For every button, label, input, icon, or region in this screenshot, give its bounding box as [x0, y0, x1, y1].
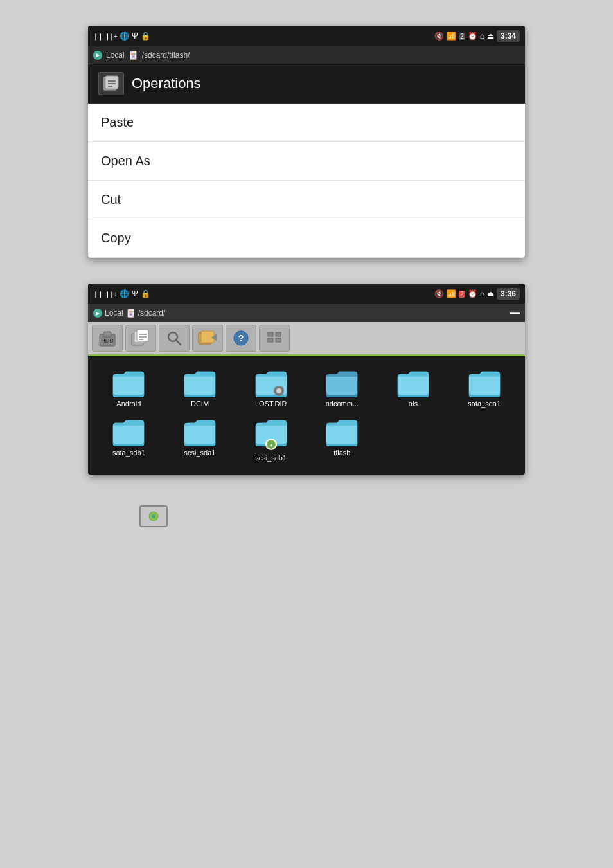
folder-icon-scsi-sdb1: ●: [254, 418, 288, 446]
eject-icon: ⏏: [487, 32, 494, 41]
svg-rect-22: [276, 332, 281, 336]
menu-list: Paste Open As Cut Copy: [88, 104, 525, 258]
paste-label: Paste: [101, 115, 134, 129]
toolbar-view-btn[interactable]: [259, 325, 290, 352]
status-left-2: ❙❙ ❙❙+ 🌐 Ψ 🔒: [93, 289, 150, 298]
screen2: ❙❙ ❙❙+ 🌐 Ψ 🔒 🔇 📶 2 ⏰ ⌂ ⏏ 3:36 ▶ Local 🃏: [88, 284, 525, 475]
open-as-label: Open As: [101, 154, 150, 168]
lock-icon-2: 🔒: [141, 289, 150, 298]
signal-icon-1: ❙❙: [93, 33, 102, 40]
signal-icon-2: ❙❙: [93, 291, 102, 298]
globe-icon-2: 🌐: [120, 289, 129, 298]
alarm-icon-2: ⏰: [468, 289, 477, 298]
copy-menu-item[interactable]: Copy: [88, 219, 525, 258]
minimize-button[interactable]: —: [510, 307, 520, 319]
status-right-2: 🔇 📶 2 ⏰ ⌂ ⏏ 3:36: [434, 288, 520, 300]
local-label-2: Local: [105, 309, 123, 318]
folder-label-scsi-sda1: scsi_sda1: [184, 449, 216, 457]
folder-scsi-sda1[interactable]: scsi_sda1: [164, 413, 236, 467]
folder-icon-ndcomm: [325, 369, 359, 397]
folder-label-dcim: DCIM: [191, 400, 209, 408]
folder-dcim[interactable]: DCIM: [164, 364, 236, 413]
globe-icon: 🌐: [120, 32, 129, 41]
svg-rect-1: [105, 76, 118, 89]
status-right-1: 🔇 📶 2 ⏰ ⌂ ⏏ 3:34: [434, 30, 520, 42]
operations-header: Operations: [88, 64, 525, 104]
folder-scsi-sdb1[interactable]: ● scsi_sdb1: [235, 413, 306, 467]
cut-menu-item[interactable]: Cut: [88, 181, 525, 219]
sdcard-icon: 🃏: [129, 51, 138, 60]
home-icon: ⌂: [480, 32, 484, 41]
signal-bars-icon-2: 📶: [447, 289, 456, 298]
svg-rect-21: [268, 332, 273, 336]
toolbar-move-btn[interactable]: [192, 325, 223, 352]
signal-bars-icon: 📶: [447, 32, 456, 41]
time-display-1: 3:34: [497, 30, 520, 42]
folder-icon-dcim: [183, 369, 217, 397]
folder-android[interactable]: Android: [93, 364, 164, 413]
folder-icon-lostdir: [254, 369, 288, 397]
number-icon: 2: [459, 33, 465, 40]
bottom-icon[interactable]: [139, 505, 168, 527]
folder-label-lostdir: LOST.DIR: [255, 400, 287, 408]
copy-label: Copy: [101, 231, 131, 245]
lock-icon: 🔒: [141, 32, 150, 41]
address-bar-2: ▶ Local 🃏 /sdcard/ —: [88, 304, 525, 322]
toolbar-help-btn[interactable]: ?: [226, 325, 256, 352]
operations-title: Operations: [132, 75, 201, 92]
folder-icon-tflash: [325, 418, 359, 446]
screen1: ❙❙ ❙❙+ 🌐 Ψ 🔒 🔇 📶 2 ⏰ ⌂ ⏏ 3:34 ▶ Local 🃏 …: [88, 26, 525, 258]
svg-rect-23: [268, 338, 273, 342]
local-label-1: Local: [106, 51, 125, 60]
svg-text:?: ?: [238, 333, 244, 343]
operations-icon: [98, 72, 124, 95]
svg-rect-17: [201, 331, 214, 343]
toolbar: HDD: [88, 322, 525, 356]
addr2-left: ▶ Local 🃏 /sdcard/: [93, 309, 165, 318]
toolbar-back-btn[interactable]: HDD: [92, 325, 123, 352]
alarm-icon: ⏰: [468, 32, 477, 41]
folder-label-nfs: nfs: [409, 400, 418, 408]
folder-icon-sata-sda1: [468, 369, 501, 397]
status-bar-2: ❙❙ ❙❙+ 🌐 Ψ 🔒 🔇 📶 2 ⏰ ⌂ ⏏ 3:36: [88, 284, 525, 304]
folder-sata-sda1[interactable]: sata_sda1: [449, 364, 520, 413]
home-icon-2: ⌂: [480, 289, 484, 298]
svg-text:HDD: HDD: [101, 338, 114, 344]
paste-menu-item[interactable]: Paste: [88, 104, 525, 142]
path-label-1: /sdcard/tflash/: [142, 51, 190, 60]
folder-label-sata-sdb1: sata_sdb1: [112, 449, 145, 457]
status-left-1: ❙❙ ❙❙+ 🌐 Ψ 🔒: [93, 32, 150, 41]
local-icon-2: ▶: [93, 309, 102, 318]
cut-label: Cut: [101, 192, 121, 206]
eject-icon-2: ⏏: [487, 289, 494, 298]
toolbar-search-btn[interactable]: [159, 325, 190, 352]
folder-lostdir[interactable]: LOST.DIR: [235, 364, 306, 413]
address-bar-1: ▶ Local 🃏 /sdcard/tflash/: [88, 46, 525, 64]
folder-sata-sdb1[interactable]: sata_sdb1: [93, 413, 164, 467]
svg-point-26: [276, 388, 281, 393]
svg-rect-24: [276, 338, 281, 342]
svg-rect-6: [103, 332, 111, 337]
open-as-menu-item[interactable]: Open As: [88, 142, 525, 181]
svg-line-15: [176, 340, 181, 345]
svg-text:●: ●: [269, 442, 272, 448]
folder-icon-nfs: [396, 369, 430, 397]
svg-point-30: [152, 514, 155, 518]
folder-icon-android: [112, 369, 145, 397]
mute-icon: 🔇: [434, 32, 444, 41]
folder-label-android: Android: [116, 400, 141, 408]
signal-plus-icon-2: ❙❙+: [105, 291, 117, 298]
path-label-2: /sdcard/: [138, 309, 166, 318]
folder-nfs[interactable]: nfs: [378, 364, 449, 413]
wifi-icon-2: Ψ: [132, 289, 138, 298]
folder-tflash[interactable]: tflash: [306, 413, 378, 467]
folder-label-tflash: tflash: [333, 449, 350, 457]
wifi-icon: Ψ: [132, 32, 138, 41]
folder-ndcomm[interactable]: ndcomm...: [306, 364, 378, 413]
main-container: ❙❙ ❙❙+ 🌐 Ψ 🔒 🔇 📶 2 ⏰ ⌂ ⏏ 3:34 ▶ Local 🃏 …: [0, 0, 613, 553]
sdcard-icon-2: 🃏: [126, 309, 136, 318]
folder-icon-sata-sdb1: [112, 418, 145, 446]
folder-label-sata-sda1: sata_sda1: [468, 400, 501, 408]
number-icon-2: 2: [459, 291, 465, 298]
toolbar-copy-btn[interactable]: [125, 325, 156, 352]
